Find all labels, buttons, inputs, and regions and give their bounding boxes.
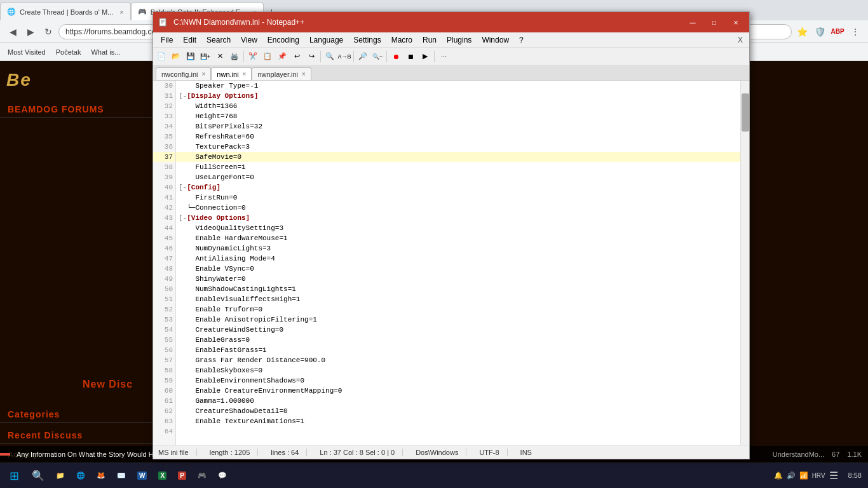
maximize-button[interactable]: □ bbox=[706, 16, 722, 29]
taskbar-app-steam[interactable]: 🎮 bbox=[193, 464, 212, 487]
bookmark-most-visited[interactable]: Most Visited bbox=[5, 47, 48, 57]
code-content[interactable]: Speaker Type=-1[-[Display Options] Width… bbox=[176, 81, 740, 445]
news-stats: UnderstandMo... 67 1.1K bbox=[773, 451, 868, 458]
menu-encoding[interactable]: Encoding bbox=[262, 34, 304, 46]
back-button[interactable]: ◀ bbox=[5, 24, 20, 39]
menu-settings[interactable]: Settings bbox=[348, 34, 386, 46]
forum-new-discussions-label: New Disc bbox=[83, 379, 133, 390]
toolbar-macro-rec[interactable]: ⏺ bbox=[389, 50, 403, 64]
volume-icon[interactable]: 🔊 bbox=[787, 471, 796, 480]
menu-window[interactable]: Window bbox=[477, 34, 514, 46]
taskbar-app-chrome[interactable]: 🌐 bbox=[71, 464, 90, 487]
close-search-x[interactable]: X bbox=[734, 34, 747, 46]
taskbar-app-chat[interactable]: 💬 bbox=[213, 464, 232, 487]
line-number-43: 43 bbox=[153, 213, 175, 223]
scrollbar[interactable] bbox=[740, 81, 749, 445]
code-line-56: EnableFastGrass=1 bbox=[176, 345, 740, 355]
toolbar-print[interactable]: 🖨️ bbox=[227, 50, 241, 64]
show-desktop-button[interactable]: ☰ bbox=[829, 470, 838, 482]
tab1-close[interactable]: × bbox=[119, 8, 123, 16]
network-icon[interactable]: 📶 bbox=[799, 471, 808, 480]
start-button[interactable]: ⊞ bbox=[3, 464, 25, 487]
toolbar-cut[interactable]: ✂️ bbox=[246, 50, 260, 64]
taskbar-clock[interactable]: 8:58 bbox=[844, 471, 865, 480]
notification-bell-icon[interactable]: 🔔 bbox=[774, 471, 783, 480]
toolbar-close[interactable]: ✕ bbox=[213, 50, 227, 64]
taskbar-app-mail[interactable]: ✉️ bbox=[112, 464, 131, 487]
powerpoint-icon: P bbox=[178, 471, 186, 480]
menu-help[interactable]: ? bbox=[514, 34, 529, 46]
menu-language[interactable]: Language bbox=[304, 34, 348, 46]
close-button[interactable]: × bbox=[728, 16, 744, 29]
line-number-60: 60 bbox=[153, 386, 175, 396]
toolbar-zoom-out[interactable]: 🔍− bbox=[370, 50, 384, 64]
taskbar-app-powerpoint[interactable]: P bbox=[173, 464, 191, 487]
word-icon: W bbox=[137, 471, 147, 480]
code-line-39: UseLargeFont=0 bbox=[176, 172, 740, 182]
code-line-52: Enable Truform=0 bbox=[176, 304, 740, 315]
code-line-43: [-[Video Options] bbox=[176, 213, 740, 223]
toolbar-redo[interactable]: ↪ bbox=[304, 50, 318, 64]
toolbar-open[interactable]: 📂 bbox=[169, 50, 183, 64]
status-insert-mode: INS bbox=[520, 449, 539, 456]
file-tab-nwnini-label: nwn.ini bbox=[217, 71, 238, 78]
menu-file[interactable]: File bbox=[156, 34, 178, 46]
code-line-47: AntiAliasing Mode=4 bbox=[176, 254, 740, 264]
menu-view[interactable]: View bbox=[236, 34, 262, 46]
line-number-54: 54 bbox=[153, 325, 175, 335]
news-stat-3: 1.1K bbox=[847, 451, 862, 458]
toolbar-find[interactable]: 🔍 bbox=[323, 50, 337, 64]
bookmark-what-is[interactable]: What is... bbox=[88, 47, 123, 57]
code-line-44: VideoQualitySetting=3 bbox=[176, 223, 740, 233]
menu-edit[interactable]: Edit bbox=[178, 34, 201, 46]
menu-macro[interactable]: Macro bbox=[386, 34, 417, 46]
browser-tab-1[interactable]: 🌐 Create Thread | Boards o' M... × bbox=[0, 3, 131, 20]
browser-menu-button[interactable]: ⋮ bbox=[848, 24, 863, 39]
taskbar-app-explorer[interactable]: 📁 bbox=[51, 464, 70, 487]
extension-adblock[interactable]: ABP bbox=[830, 24, 845, 39]
code-line-61: Gamma=1.000000 bbox=[176, 396, 740, 406]
scrollbar-thumb[interactable] bbox=[742, 93, 749, 132]
toolbar-undo[interactable]: ↩ bbox=[290, 50, 304, 64]
file-tab-nwnini-close[interactable]: × bbox=[243, 71, 247, 78]
file-tab-nwnplayer[interactable]: nwnplayer.ini × bbox=[252, 67, 311, 80]
refresh-button[interactable]: ↻ bbox=[41, 24, 56, 39]
toolbar-more[interactable]: ⋯ bbox=[437, 50, 451, 64]
language-indicator[interactable]: HRV bbox=[812, 472, 825, 479]
line-number-56: 56 bbox=[153, 345, 175, 355]
toolbar-macro-stop[interactable]: ⏹ bbox=[403, 50, 417, 64]
toolbar-paste[interactable]: 📌 bbox=[275, 50, 289, 64]
menu-run[interactable]: Run bbox=[417, 34, 442, 46]
menu-plugins[interactable]: Plugins bbox=[442, 34, 477, 46]
menu-search[interactable]: Search bbox=[201, 34, 236, 46]
forward-button[interactable]: ▶ bbox=[23, 24, 38, 39]
line-number-64: 64 bbox=[153, 426, 175, 437]
toolbar-new[interactable]: 📄 bbox=[154, 50, 168, 64]
taskbar-app-excel[interactable]: X bbox=[153, 464, 172, 487]
code-line-45: Enable HardwareMouse=1 bbox=[176, 233, 740, 243]
toolbar-replace[interactable]: A→B bbox=[337, 50, 351, 64]
news-label bbox=[0, 453, 10, 456]
chat-icon: 💬 bbox=[218, 471, 227, 480]
file-tab-nwconfig-close[interactable]: × bbox=[201, 71, 205, 78]
file-tab-nwnplayer-close[interactable]: × bbox=[302, 71, 306, 78]
bookmark-pocetak[interactable]: Početak bbox=[53, 47, 84, 57]
code-line-64 bbox=[176, 426, 740, 437]
extension-star[interactable]: ⭐ bbox=[794, 24, 810, 39]
toolbar-sep-2 bbox=[320, 51, 321, 62]
line-number-51: 51 bbox=[153, 294, 175, 304]
extension-shield[interactable]: 🛡️ bbox=[812, 24, 827, 39]
taskbar-app-word[interactable]: W bbox=[132, 464, 152, 487]
file-tab-nwconfig[interactable]: nwconfig.ini × bbox=[156, 67, 211, 80]
minimize-button[interactable]: ─ bbox=[684, 16, 701, 29]
taskbar-search-button[interactable]: 🔍 bbox=[27, 464, 50, 487]
notepad-statusbar: MS ini file length : 1205 lines : 64 Ln … bbox=[153, 445, 749, 459]
toolbar-save-all[interactable]: 💾+ bbox=[198, 50, 212, 64]
taskbar-app-firefox[interactable]: 🦊 bbox=[92, 464, 111, 487]
toolbar-macro-run[interactable]: ▶ bbox=[418, 50, 432, 64]
toolbar-copy[interactable]: 📋 bbox=[261, 50, 275, 64]
file-tab-nwnini[interactable]: nwn.ini × bbox=[211, 67, 252, 80]
toolbar-save[interactable]: 💾 bbox=[184, 50, 198, 64]
line-number-36: 36 bbox=[153, 142, 175, 152]
toolbar-zoom-in[interactable]: 🔎 bbox=[356, 50, 370, 64]
